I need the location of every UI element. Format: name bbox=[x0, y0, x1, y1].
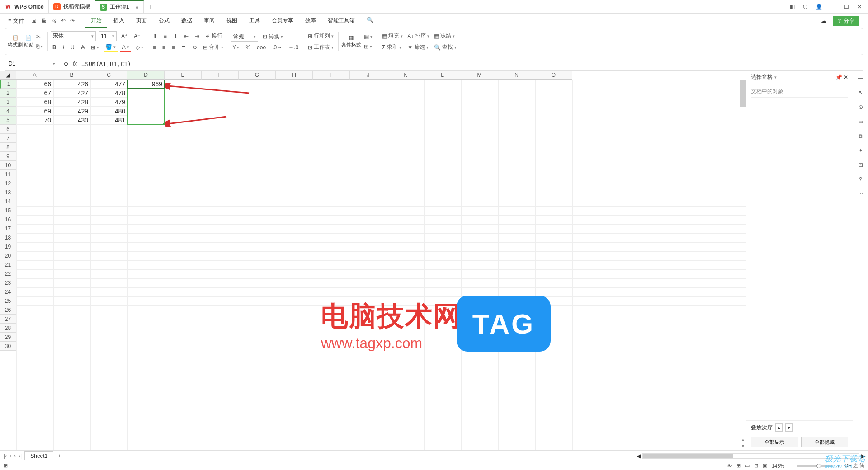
view-full-icon[interactable]: ▣ bbox=[763, 463, 767, 469]
undo-icon[interactable]: ↶ bbox=[61, 18, 66, 24]
align-center2-icon[interactable]: ≡ bbox=[160, 43, 167, 52]
sheet-tab-1[interactable]: Sheet1 bbox=[24, 451, 53, 460]
row-header-18[interactable]: 18 bbox=[0, 233, 16, 242]
cell-style-icon[interactable]: ▦▾ bbox=[362, 33, 374, 41]
formula-input[interactable]: =SUM(A1,B1,C1) bbox=[81, 61, 131, 67]
scroll-up-icon[interactable]: ▲ bbox=[740, 437, 746, 444]
view-break-icon[interactable]: ⊡ bbox=[754, 463, 758, 469]
row-header-22[interactable]: 22 bbox=[0, 269, 16, 278]
maximize-icon[interactable]: ☐ bbox=[844, 4, 849, 10]
link-icon[interactable]: ⧉ bbox=[859, 133, 863, 139]
border-icon[interactable]: ⊞▾ bbox=[89, 43, 101, 52]
cells-area[interactable]: 6667686970426427428429430477478479480481… bbox=[16, 80, 746, 450]
show-all-button[interactable]: 全部显示 bbox=[751, 437, 798, 447]
tab-smart[interactable]: 智能工具箱 bbox=[322, 14, 360, 28]
col-header-A[interactable]: A bbox=[16, 70, 53, 80]
row-header-5[interactable]: 5 bbox=[0, 116, 16, 125]
underline-icon[interactable]: U bbox=[69, 43, 76, 52]
font-select[interactable]: 宋体▾ bbox=[51, 31, 96, 41]
cube-icon[interactable]: ⬡ bbox=[803, 4, 807, 10]
indent-left-icon[interactable]: ⇤ bbox=[182, 32, 190, 40]
zoom-out-icon[interactable]: − bbox=[789, 463, 792, 469]
worksheet-button[interactable]: ⊡工作表▾ bbox=[306, 42, 335, 52]
status-icon[interactable]: ⊞ bbox=[4, 463, 8, 469]
bold-icon[interactable]: B bbox=[51, 43, 58, 52]
scroll-left-icon[interactable]: ◀ bbox=[637, 453, 641, 459]
row-header-12[interactable]: 12 bbox=[0, 179, 16, 188]
cell-D1[interactable]: 969 bbox=[127, 80, 165, 89]
convert-button[interactable]: ⊡转换▾ bbox=[261, 32, 285, 42]
cell-A5[interactable]: 70 bbox=[16, 116, 53, 125]
properties-icon[interactable]: ⊙ bbox=[859, 104, 863, 110]
col-header-O[interactable]: O bbox=[535, 70, 572, 80]
row-header-7[interactable]: 7 bbox=[0, 134, 16, 143]
align-left2-icon[interactable]: ≡ bbox=[151, 43, 158, 52]
device-icon[interactable]: ⊡ bbox=[859, 162, 863, 168]
tab-page[interactable]: 页面 bbox=[131, 14, 152, 28]
decimal-dec-icon[interactable]: ←.0 bbox=[287, 43, 300, 52]
cell-A4[interactable]: 69 bbox=[16, 107, 53, 116]
row-header-27[interactable]: 27 bbox=[0, 315, 16, 324]
sidebar-icon[interactable]: ◧ bbox=[790, 4, 795, 10]
font-color-icon[interactable]: A▾ bbox=[120, 43, 131, 52]
fill-button[interactable]: ▦填充▾ bbox=[380, 31, 405, 41]
cut-icon[interactable]: ✂ bbox=[34, 33, 45, 41]
cell-C5[interactable]: 481 bbox=[90, 116, 127, 125]
row-header-15[interactable]: 15 bbox=[0, 206, 16, 215]
cell-B5[interactable]: 430 bbox=[53, 116, 90, 125]
add-sheet-button[interactable]: + bbox=[55, 453, 64, 459]
row-header-20[interactable]: 20 bbox=[0, 251, 16, 260]
collapse-icon[interactable]: — bbox=[858, 75, 863, 81]
help-icon[interactable]: ? bbox=[859, 176, 862, 183]
move-down-icon[interactable]: ▾ bbox=[785, 423, 793, 432]
row-header-19[interactable]: 19 bbox=[0, 242, 16, 251]
row-header-23[interactable]: 23 bbox=[0, 278, 16, 287]
col-header-G[interactable]: G bbox=[239, 70, 276, 80]
row-header-10[interactable]: 10 bbox=[0, 161, 16, 170]
italic-icon[interactable]: I bbox=[61, 43, 66, 52]
indent-right-icon[interactable]: ⇥ bbox=[193, 32, 201, 40]
tab-review[interactable]: 审阅 bbox=[198, 14, 220, 28]
justify-icon[interactable]: ≣ bbox=[179, 43, 188, 52]
close-icon[interactable]: ✕ bbox=[857, 4, 862, 10]
tab-efficiency[interactable]: 效率 bbox=[300, 14, 321, 28]
col-header-M[interactable]: M bbox=[461, 70, 498, 80]
next-sheet-icon[interactable]: › bbox=[13, 453, 17, 459]
wrap-button[interactable]: ↵换行 bbox=[204, 31, 224, 41]
prev-sheet-icon[interactable]: ‹ bbox=[9, 453, 12, 459]
sum-button[interactable]: Σ求和▾ bbox=[380, 42, 405, 52]
row-header-1[interactable]: 1 bbox=[0, 80, 16, 89]
col-header-K[interactable]: K bbox=[387, 70, 424, 80]
cell-B1[interactable]: 426 bbox=[53, 80, 90, 89]
fill-handle[interactable] bbox=[163, 123, 165, 126]
strikethrough-icon[interactable]: A̶ bbox=[79, 43, 86, 52]
zoom-slider[interactable] bbox=[797, 465, 833, 467]
col-header-F[interactable]: F bbox=[202, 70, 239, 80]
tab-home[interactable]: 开始 bbox=[85, 14, 107, 28]
row-header-25[interactable]: 25 bbox=[0, 296, 16, 306]
close-pane-icon[interactable]: ✕ bbox=[844, 74, 848, 80]
cell-C3[interactable]: 479 bbox=[90, 98, 127, 107]
horizontal-scrollbar[interactable]: ◀ ▶ bbox=[66, 453, 865, 459]
row-header-24[interactable]: 24 bbox=[0, 287, 16, 296]
print-icon[interactable]: 🖶 bbox=[41, 18, 47, 24]
cell-C1[interactable]: 477 bbox=[90, 80, 127, 89]
decimal-inc-icon[interactable]: .0→ bbox=[270, 43, 284, 52]
align-bottom-icon[interactable]: ⬇ bbox=[171, 32, 179, 40]
row-header-13[interactable]: 13 bbox=[0, 188, 16, 197]
select-icon[interactable]: ↖ bbox=[859, 89, 863, 96]
number-format-select[interactable]: 常规▾ bbox=[231, 32, 258, 42]
scroll-right-icon[interactable]: ▶ bbox=[861, 453, 865, 459]
hide-all-button[interactable]: 全部隐藏 bbox=[801, 437, 849, 447]
row-header-3[interactable]: 3 bbox=[0, 98, 16, 107]
zoom-in-icon[interactable]: + bbox=[837, 463, 840, 469]
row-header-11[interactable]: 11 bbox=[0, 170, 16, 179]
align-top-icon[interactable]: ⬆ bbox=[151, 32, 159, 40]
tab-workbook[interactable]: S 工作簿1 ● bbox=[95, 0, 144, 13]
merge-button[interactable]: ⊟合并▾ bbox=[201, 42, 225, 52]
zoom-value[interactable]: 145% bbox=[772, 463, 784, 469]
size-select[interactable]: 11▾ bbox=[99, 31, 117, 41]
more-icon[interactable]: ⋯ bbox=[858, 191, 863, 197]
align-middle-icon[interactable]: ≡ bbox=[162, 32, 169, 40]
align-right2-icon[interactable]: ≡ bbox=[170, 43, 177, 52]
